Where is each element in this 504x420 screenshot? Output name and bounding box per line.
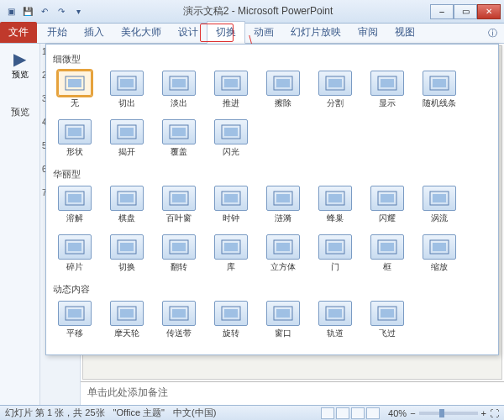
transition-checker[interactable]: 棋盘	[107, 186, 147, 224]
transition-label: 分割	[315, 97, 355, 109]
transition-none[interactable]: 无	[55, 71, 95, 109]
fit-icon[interactable]: ⛶	[490, 408, 499, 418]
transition-push[interactable]: 推进	[211, 71, 251, 109]
transition-clock[interactable]: 时钟	[211, 186, 251, 224]
view-slideshow-icon[interactable]	[366, 407, 380, 419]
tab-transition[interactable]: 切换	[207, 21, 245, 44]
transition-pan[interactable]: 平移	[55, 301, 95, 339]
redo-icon[interactable]: ↷	[54, 4, 69, 19]
transition-honeycomb[interactable]: 蜂巢	[315, 186, 355, 224]
transition-rotate[interactable]: 旋转	[211, 301, 251, 339]
titlebar: ▣ 💾 ↶ ↷ ▾ 演示文稿2 - Microsoft PowerPoint –…	[0, 0, 504, 24]
view-buttons	[321, 407, 380, 419]
transition-label: 闪光	[211, 146, 251, 158]
view-reading-icon[interactable]	[351, 407, 365, 419]
transition-cover[interactable]: 覆盖	[159, 119, 199, 158]
transition-flip[interactable]: 翻转	[159, 234, 199, 273]
ribbon-tabs: 文件 开始 插入 美化大师 设计 切换 动画 幻灯片放映 审阅 视图 ⓘ	[0, 24, 504, 44]
transition-orbit[interactable]: 轨道	[315, 301, 355, 339]
transition-label: 闪耀	[367, 213, 407, 224]
notes-pane[interactable]: 单击此处添加备注	[81, 381, 504, 405]
transition-reveal[interactable]: 显示	[367, 71, 407, 109]
transition-label: 碎片	[55, 261, 95, 273]
transition-flythrough[interactable]: 飞过	[367, 301, 407, 339]
transition-ferris[interactable]: 摩天轮	[107, 301, 147, 339]
transition-window[interactable]: 窗口	[263, 301, 303, 339]
tab-file[interactable]: 文件	[0, 22, 37, 43]
tab-design[interactable]: 设计	[170, 22, 207, 43]
transition-conveyor[interactable]: 传送带	[159, 301, 199, 339]
transition-cube[interactable]: 立方体	[263, 234, 303, 273]
transition-vortex[interactable]: 涡流	[419, 186, 459, 224]
transition-zoom[interactable]: 缩放	[419, 234, 459, 273]
save-icon[interactable]: 💾	[20, 4, 35, 19]
transition-switch[interactable]: 切换	[107, 234, 147, 273]
view-sorter-icon[interactable]	[336, 407, 349, 419]
svg-rect-51	[328, 243, 342, 251]
maximize-button[interactable]: ▭	[454, 4, 477, 19]
transition-label: 百叶窗	[159, 213, 199, 224]
minimize-button[interactable]: –	[430, 4, 454, 19]
transition-none-icon	[58, 71, 92, 96]
transition-doors-icon	[318, 234, 352, 260]
transition-honeycomb-icon	[318, 186, 352, 211]
svg-rect-19	[120, 128, 134, 136]
transition-shred-icon	[58, 234, 92, 260]
transition-label: 框	[367, 261, 407, 273]
transition-wipe[interactable]: 擦除	[263, 71, 303, 109]
transition-clock-icon	[214, 186, 248, 211]
transition-orbit-icon	[318, 301, 352, 326]
tab-review[interactable]: 审阅	[349, 22, 386, 43]
zoom-slider[interactable]	[419, 412, 478, 415]
transition-gallery[interactable]: 库	[211, 234, 251, 273]
preview-button[interactable]: ▶	[0, 49, 39, 69]
zoom-out-icon[interactable]: −	[410, 408, 415, 418]
svg-rect-27	[120, 194, 134, 202]
transition-fade[interactable]: 淡出	[159, 71, 199, 109]
transition-label: 溶解	[55, 213, 95, 224]
transition-cut[interactable]: 切出	[107, 71, 147, 109]
transition-label: 推进	[211, 97, 251, 109]
transition-shred[interactable]: 碎片	[55, 234, 95, 273]
gallery-category: 华丽型	[53, 168, 491, 181]
transition-glitter[interactable]: 闪耀	[367, 186, 407, 224]
transition-box[interactable]: 框	[367, 234, 407, 273]
svg-rect-41	[68, 243, 81, 251]
transition-label: 翻转	[159, 261, 199, 273]
tab-slideshow[interactable]: 幻灯片放映	[282, 22, 349, 43]
view-normal-icon[interactable]	[321, 407, 334, 419]
transition-blinds[interactable]: 百叶窗	[159, 186, 199, 224]
transition-label: 蜂巢	[315, 213, 355, 224]
transition-rotate-icon	[214, 301, 248, 326]
transition-conveyor-icon	[162, 301, 196, 326]
transition-label: 淡出	[159, 97, 199, 109]
transition-vortex-icon	[423, 186, 456, 211]
status-slide: 幻灯片 第 1 张，共 25张	[5, 407, 105, 419]
svg-rect-45	[172, 243, 186, 251]
svg-rect-65	[276, 309, 290, 318]
qat-more-icon[interactable]: ▾	[71, 4, 86, 19]
gallery-row: 无切出淡出推进擦除分割显示随机线条	[53, 67, 491, 116]
tab-home[interactable]: 开始	[39, 22, 76, 43]
transition-ripple-icon	[266, 186, 300, 211]
transition-split[interactable]: 分割	[315, 71, 355, 109]
tab-beautify[interactable]: 美化大师	[113, 22, 170, 43]
transition-shape[interactable]: 形状	[55, 119, 95, 158]
transition-label: 旋转	[211, 328, 251, 339]
transition-doors[interactable]: 门	[315, 234, 355, 273]
tab-insert[interactable]: 插入	[76, 22, 113, 43]
transition-randomBars[interactable]: 随机线条	[419, 71, 459, 109]
transition-ripple[interactable]: 涟漪	[263, 186, 303, 224]
transition-flash[interactable]: 闪光	[211, 119, 251, 158]
transition-label: 随机线条	[419, 97, 459, 109]
help-icon[interactable]: ⓘ	[481, 24, 504, 43]
transition-label: 摩天轮	[107, 328, 147, 339]
undo-icon[interactable]: ↶	[37, 4, 52, 19]
tab-view[interactable]: 视图	[386, 22, 423, 43]
zoom-in-icon[interactable]: +	[481, 408, 486, 418]
transition-uncover[interactable]: 揭开	[107, 119, 147, 158]
tab-animation[interactable]: 动画	[245, 22, 282, 43]
window-controls: – ▭ ✕	[430, 4, 501, 19]
transition-dissolve[interactable]: 溶解	[55, 186, 95, 224]
close-button[interactable]: ✕	[477, 4, 501, 19]
